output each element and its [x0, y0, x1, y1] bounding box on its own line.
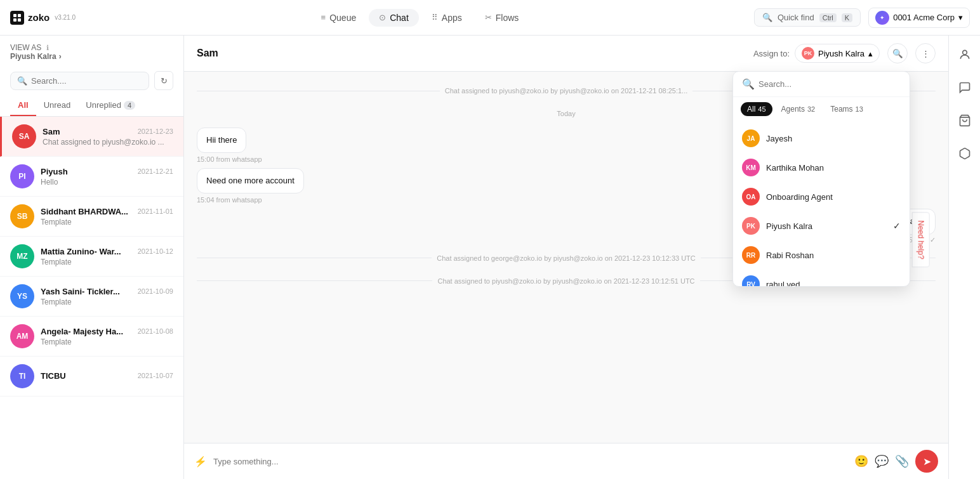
top-nav: zoko v3.21.0 ≡ Queue ⊙ Chat ⠿ Apps ✂ Flo…	[0, 0, 980, 36]
chat-name: Yash Saini- Tickler...	[41, 287, 120, 296]
agent-avatar: RV	[742, 275, 760, 286]
avatar: SB	[10, 204, 34, 228]
svg-point-4	[962, 50, 967, 55]
chat-info: Mattia Zunino- War... 2021-10-12 Templat…	[41, 247, 173, 266]
search-input[interactable]	[31, 76, 142, 86]
dropdown-agent-item[interactable]: KM Karthika Mohan	[733, 153, 910, 182]
chat-preview: Chat assigned to piyush@zoko.io ...	[43, 138, 173, 147]
cube-icon[interactable]	[953, 142, 976, 165]
dropdown-agent-item[interactable]: RR Rabi Roshan	[733, 240, 910, 270]
all-count: 45	[758, 105, 765, 113]
tab-unread[interactable]: Unread	[36, 95, 79, 116]
search-chat-button[interactable]: 🔍	[887, 43, 908, 63]
chat-name: Sam	[43, 127, 60, 136]
send-button[interactable]: ➤	[915, 450, 938, 473]
dropdown-tabs: All 45 Agents 32 Teams 13	[733, 97, 910, 121]
account-icon: ✦	[875, 11, 889, 25]
attachment-icon[interactable]: 📎	[895, 454, 909, 468]
view-as-section: VIEW AS ℹ Piyush Kalra ›	[0, 36, 183, 66]
assign-area: Assign to: PK Piyush Kalra ▴	[753, 44, 880, 63]
flows-icon: ✂	[485, 13, 492, 22]
view-as-label: VIEW AS	[10, 43, 41, 52]
kbd-ctrl: Ctrl	[819, 13, 837, 22]
nav-queue[interactable]: ≡ Queue	[311, 9, 367, 27]
chat-name: TICBU	[41, 371, 66, 381]
chat-date: 2021-10-07	[138, 372, 173, 379]
view-as-user[interactable]: Piyush Kalra ›	[10, 52, 173, 61]
agent-name: Karthika Mohan	[766, 163, 824, 173]
chat-list-item[interactable]: TI TICBU 2021-10-07	[0, 357, 183, 397]
chat-date: 2021-12-23	[138, 128, 173, 135]
agent-avatar: RR	[742, 246, 760, 264]
chat-list-item[interactable]: SB Siddhant BHARDWA... 2021-11-01 Templa…	[0, 197, 183, 237]
message-toolbar: 🙂 💬 📎	[854, 454, 909, 468]
account-button[interactable]: ✦ 0001 Acme Corp ▾	[868, 8, 970, 28]
apps-icon: ⠿	[432, 13, 438, 22]
chat-preview: Template	[41, 258, 173, 266]
chat-list-item[interactable]: PI Piyush 2021-12-21 Hello	[0, 157, 183, 197]
chat-list: SA Sam 2021-12-23 Chat assigned to piyus…	[0, 117, 183, 479]
dropdown-search-area: 🔍	[733, 72, 910, 97]
quick-find-button[interactable]: 🔍 Quick find Ctrl K	[754, 8, 861, 27]
chat-list-item[interactable]: YS Yash Saini- Tickler... 2021-10-09 Tem…	[0, 277, 183, 317]
chat-list-item[interactable]: AM Angela- Majesty Ha... 2021-10-08 Temp…	[0, 317, 183, 357]
chevron-up-icon: ▴	[868, 49, 873, 58]
dropdown-tab-all[interactable]: All 45	[741, 102, 772, 116]
chat-header: Sam Assign to: PK Piyush Kalra ▴ 🔍 ⋮	[184, 36, 948, 72]
tab-all[interactable]: All	[10, 95, 36, 116]
chat-date: 2021-10-09	[138, 287, 173, 295]
nav-chat[interactable]: ⊙ Chat	[369, 9, 419, 27]
search-bar: 🔍 ↻	[0, 66, 183, 95]
teams-count: 13	[856, 105, 863, 113]
chat-list-item[interactable]: MZ Mattia Zunino- War... 2021-10-12 Temp…	[0, 237, 183, 277]
unreplied-badge: 4	[124, 101, 135, 110]
chat-date: 2021-11-01	[138, 207, 173, 215]
nav-apps[interactable]: ⠿ Apps	[421, 9, 472, 27]
dropdown-tab-teams[interactable]: Teams 13	[824, 102, 870, 116]
search-input-wrap: 🔍	[10, 72, 149, 90]
search-icon: 🔍	[762, 13, 772, 22]
assignee-button[interactable]: PK Piyush Kalra ▴	[795, 44, 880, 63]
avatar: SA	[12, 124, 36, 148]
dropdown-agent-item[interactable]: PK Piyush Kalra ✓	[733, 211, 910, 240]
chevron-down-icon: ▾	[958, 13, 963, 22]
agent-name: Piyush Kalra	[766, 221, 812, 231]
more-options-button[interactable]: ⋮	[915, 43, 936, 63]
svg-rect-3	[18, 18, 21, 22]
message-bubble-incoming: Need one more account	[197, 168, 304, 194]
chat-list-item[interactable]: SA Sam 2021-12-23 Chat assigned to piyus…	[0, 117, 183, 157]
lightning-icon[interactable]: ⚡	[194, 456, 207, 468]
avatar: AM	[10, 324, 34, 348]
message-input[interactable]	[213, 457, 848, 466]
main-layout: VIEW AS ℹ Piyush Kalra › 🔍 ↻ All Unread …	[0, 36, 980, 479]
chat-preview: Template	[41, 298, 173, 306]
logo-area: zoko v3.21.0	[10, 11, 76, 25]
message-input-area: ⚡ 🙂 💬 📎 ➤	[184, 443, 948, 479]
tab-unreplied[interactable]: Unreplied 4	[78, 95, 143, 116]
dropdown-search-input[interactable]	[758, 79, 901, 89]
chat-preview: Hello	[41, 178, 173, 187]
chat-info: Siddhant BHARDWA... 2021-11-01 Template	[41, 207, 173, 226]
refresh-button[interactable]: ↻	[154, 71, 173, 90]
agent-avatar: KM	[742, 159, 760, 176]
emoji-icon[interactable]: 🙂	[854, 454, 868, 468]
agent-avatar: PK	[742, 217, 760, 235]
dropdown-tab-agents[interactable]: Agents 32	[775, 102, 822, 116]
shopping-bag-icon[interactable]	[953, 109, 976, 132]
left-sidebar: VIEW AS ℹ Piyush Kalra › 🔍 ↻ All Unread …	[0, 36, 184, 479]
assign-dropdown: 🔍 All 45 Agents 32 Teams 13 JA Jayesh KM…	[732, 71, 910, 287]
selected-check-icon: ✓	[893, 221, 901, 231]
nav-flows[interactable]: ✂ Flows	[475, 9, 529, 27]
dropdown-agent-item[interactable]: JA Jayesh	[733, 124, 910, 153]
sticker-icon[interactable]: 💬	[875, 454, 889, 468]
svg-rect-1	[18, 14, 21, 17]
dropdown-agent-item[interactable]: OA Onboarding Agent	[733, 182, 910, 211]
assignee-avatar: PK	[802, 47, 814, 60]
need-help-tab[interactable]: Need help?	[911, 212, 929, 267]
dropdown-agent-item[interactable]: RV rahul ved	[733, 270, 910, 286]
chat-bubble-icon[interactable]	[953, 76, 976, 99]
profile-icon[interactable]	[953, 43, 976, 66]
chat-name: Angela- Majesty Ha...	[41, 327, 123, 336]
message-bubble-incoming: Hii there	[197, 128, 246, 153]
svg-rect-2	[13, 18, 17, 22]
